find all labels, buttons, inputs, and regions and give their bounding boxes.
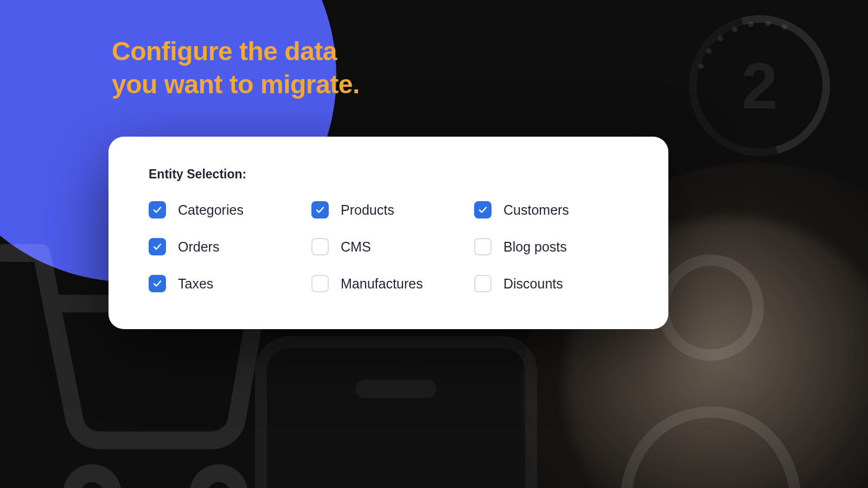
svg-point-0: [72, 473, 113, 488]
checkbox-products[interactable]: [311, 201, 329, 219]
entity-option-label: Taxes: [178, 276, 213, 292]
svg-point-1: [199, 473, 239, 488]
entity-option-discounts[interactable]: Discounts: [474, 275, 628, 292]
entity-options-grid: CategoriesProductsCustomersOrdersCMSBlog…: [149, 201, 628, 292]
entity-option-label: Orders: [178, 239, 219, 255]
entity-option-categories[interactable]: Categories: [149, 201, 303, 219]
entity-option-products[interactable]: Products: [311, 201, 465, 219]
headline-line-1: Configure the data: [112, 37, 337, 66]
tablet-icon: [255, 336, 537, 488]
entity-option-label: Products: [341, 202, 394, 218]
checkbox-customers[interactable]: [474, 201, 492, 219]
entity-option-label: Discounts: [503, 276, 563, 292]
headline-line-2: you want to migrate.: [112, 70, 360, 99]
entity-option-label: Customers: [503, 202, 569, 218]
entity-option-blog-posts[interactable]: Blog posts: [474, 238, 628, 255]
entity-option-manufactures[interactable]: Manufactures: [311, 275, 465, 292]
checkbox-blog-posts[interactable]: [474, 238, 492, 255]
checkbox-manufactures[interactable]: [311, 275, 329, 292]
checkbox-discounts[interactable]: [474, 275, 492, 292]
card-title: Entity Selection:: [149, 167, 628, 182]
entity-option-taxes[interactable]: Taxes: [149, 275, 303, 292]
checkbox-categories[interactable]: [149, 201, 166, 219]
step-number: 2: [689, 15, 830, 156]
entity-option-label: Blog posts: [503, 239, 567, 255]
entity-option-label: CMS: [341, 239, 371, 255]
entity-option-orders[interactable]: Orders: [149, 238, 303, 255]
page-headline: Configure the data you want to migrate.: [112, 35, 600, 101]
svg-point-2: [663, 260, 758, 355]
step-badge: 2: [689, 15, 830, 156]
checkbox-cms[interactable]: [311, 238, 329, 255]
entity-option-cms[interactable]: CMS: [311, 238, 465, 255]
entity-option-label: Categories: [178, 202, 244, 218]
checkbox-orders[interactable]: [149, 238, 166, 255]
entity-selection-card: Entity Selection: CategoriesProductsCust…: [108, 137, 668, 329]
entity-option-customers[interactable]: Customers: [474, 201, 628, 219]
checkbox-taxes[interactable]: [149, 275, 166, 292]
entity-option-label: Manufactures: [341, 276, 423, 292]
